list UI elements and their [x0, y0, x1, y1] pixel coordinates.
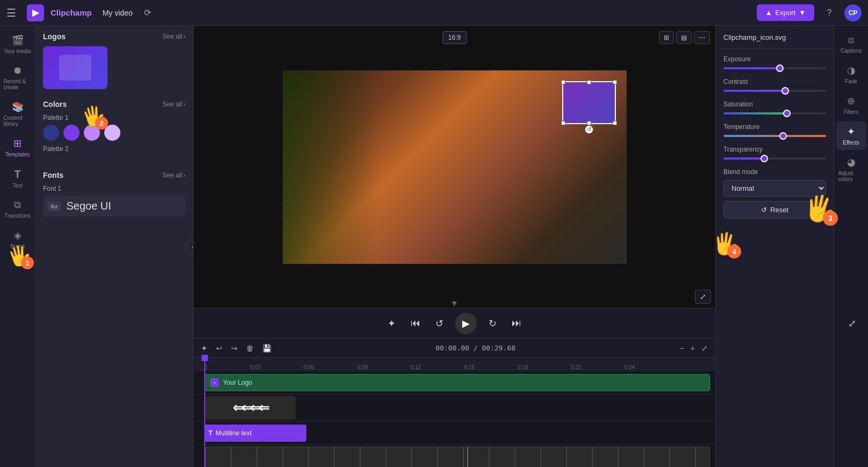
effects-label: Effects	[843, 140, 859, 146]
logos-see-all[interactable]: See all ›	[162, 33, 185, 40]
play-pause-button[interactable]: ▶	[455, 313, 477, 334]
ruler-mark-12: 0:12	[411, 364, 421, 370]
filters-tool[interactable]: ⊕ Filters	[836, 91, 866, 119]
zoom-out-button[interactable]: −	[678, 342, 686, 355]
motion-clip[interactable]: ⇐⇐⇐⇐	[204, 396, 296, 420]
video-title[interactable]: My video	[103, 9, 133, 17]
reset-button[interactable]: ↺ Reset	[723, 201, 826, 219]
colors-title: Colors	[43, 100, 67, 109]
more-options-button[interactable]: ⋯	[694, 31, 710, 44]
timeline-toolbar: ✦ ↩ ↪ 🗑 💾 00:00.00 / 00:29.68 − + ⤢	[193, 339, 715, 358]
saturation-slider[interactable]	[723, 112, 826, 114]
collapse-panel-button[interactable]: ‹	[185, 239, 193, 254]
video-clip[interactable]	[204, 447, 710, 468]
fonts-see-all[interactable]: See all ›	[162, 171, 185, 179]
filters-icon: ⊕	[847, 95, 855, 107]
colors-see-all[interactable]: See all ›	[162, 100, 185, 108]
effects-icon: ✦	[847, 126, 855, 138]
magic-button[interactable]: ✦	[384, 314, 399, 333]
brand-icon: ◈	[14, 229, 21, 241]
skip-forward-button[interactable]: ⏭	[508, 314, 525, 332]
selected-element-overlay[interactable]: ↺	[562, 81, 616, 124]
resize-handle-tm[interactable]	[587, 80, 591, 84]
ruler-mark-3: 0:03	[250, 364, 261, 370]
sidebar-item-transitions[interactable]: ⧉ Transitions	[2, 195, 34, 223]
properties-panel: Clipchamp_icon.svg Exposure Contrast Sat…	[715, 26, 834, 467]
expand-viewport-button[interactable]: ⤢	[695, 290, 711, 304]
help-icon[interactable]: ?	[821, 4, 838, 21]
resize-handle-br[interactable]	[613, 121, 617, 125]
exposure-section: Exposure Contrast Saturation Temperature…	[716, 49, 834, 225]
temperature-slider[interactable]	[723, 135, 826, 137]
library-icon: 📚	[12, 101, 24, 113]
crop-button[interactable]: ⊞	[659, 31, 674, 44]
color-swatch-3[interactable]	[84, 125, 100, 141]
exposure-slider[interactable]	[723, 67, 826, 69]
sidebar-item-templates[interactable]: ⊞ Templates	[2, 133, 34, 162]
font-item-segoe[interactable]: Aa Segoe UI	[43, 196, 185, 217]
user-avatar[interactable]: CP	[844, 4, 862, 21]
sidebar-item-brand[interactable]: ◈ Brand	[2, 225, 34, 254]
resize-handle-bl[interactable]	[561, 121, 565, 125]
color-swatch-2[interactable]	[63, 125, 80, 141]
magic-clip-button[interactable]: ✦	[199, 342, 210, 355]
sidebar-item-record-create[interactable]: ⏺ Record & create	[2, 61, 34, 95]
effects-tool[interactable]: ✦ Effects	[836, 121, 866, 150]
skip-back-button[interactable]: ⏮	[407, 314, 424, 332]
logo-card[interactable]	[43, 46, 107, 89]
sidebar-item-text[interactable]: T Text	[2, 164, 34, 193]
expand-timeline-arrow[interactable]: ▼	[450, 299, 459, 308]
expand-timeline-button[interactable]: ⤢	[699, 342, 710, 355]
exposure-thumb[interactable]	[776, 64, 784, 72]
transparency-thumb[interactable]	[761, 155, 768, 162]
resize-handle-tr[interactable]	[613, 80, 617, 84]
fonts-header: Fonts See all ›	[43, 171, 185, 179]
transparency-slider[interactable]	[723, 157, 826, 160]
colors-header: Colors See all ›	[43, 100, 185, 109]
adjust-colors-icon: ◕	[847, 156, 856, 168]
fonts-section: Fonts See all › Font 1 Aa Segoe UI	[35, 164, 193, 224]
rotate-handle[interactable]: ↺	[585, 125, 593, 134]
blend-mode-select[interactable]: Normal Multiply Screen Overlay	[723, 180, 826, 197]
sync-icon[interactable]: ⟳	[139, 4, 156, 21]
captions-icon: ⧈	[848, 34, 854, 46]
app-brand: Clipchamp	[51, 8, 92, 17]
color-swatch-1[interactable]	[43, 125, 59, 141]
export-button[interactable]: ▲ Export ▼	[757, 4, 814, 21]
transparency-label: Transparency	[723, 146, 826, 153]
delete-button[interactable]: 🗑	[244, 342, 256, 355]
layout-button[interactable]: ▤	[676, 31, 692, 44]
save-to-media-button[interactable]: 💾	[260, 342, 274, 355]
resize-handle-bm[interactable]	[587, 121, 591, 125]
fade-tool[interactable]: ◑ Fade	[836, 60, 866, 89]
resize-handle-tl[interactable]	[561, 80, 565, 84]
motion-track: ⇐⇐⇐⇐	[193, 394, 715, 421]
contrast-slider[interactable]	[723, 90, 826, 92]
ruler-mark-6: 0:06	[304, 364, 314, 370]
saturation-thumb[interactable]	[783, 110, 791, 117]
contrast-thumb[interactable]	[781, 87, 789, 95]
font-1-label: Font 1	[43, 185, 185, 192]
ruler-mark-21: 0:21	[571, 364, 581, 370]
captions-tool[interactable]: ⧈ Captions	[836, 30, 866, 58]
exposure-fill	[723, 67, 780, 69]
sidebar-item-your-media[interactable]: 🎬 Your media	[2, 30, 34, 59]
text-track: T Multiline text	[193, 421, 715, 445]
video-clip-split	[467, 447, 468, 468]
temperature-thumb[interactable]	[779, 132, 787, 140]
text-clip[interactable]: T Multiline text	[204, 425, 306, 442]
adjust-colors-tool[interactable]: ◕ Adjust colors	[836, 152, 866, 186]
hamburger-icon[interactable]: ☰	[6, 6, 16, 19]
filename-label: Clipchamp_icon.svg	[723, 33, 786, 41]
color-swatch-4[interactable]	[104, 125, 120, 141]
export-label: Export	[776, 9, 796, 17]
rewind-button[interactable]: ↺	[432, 314, 447, 333]
sidebar-item-content-library[interactable]: 📚 Content library	[2, 97, 34, 131]
redo-button[interactable]: ↪	[229, 342, 240, 355]
zoom-in-button[interactable]: +	[688, 342, 697, 355]
undo-button[interactable]: ↩	[214, 342, 225, 355]
logo-clip[interactable]: ▪ Your Logo	[204, 374, 710, 391]
video-plants	[283, 70, 379, 264]
timeline-time-display: 00:00.00 / 00:29.68	[435, 344, 515, 352]
forward-button[interactable]: ↻	[485, 314, 500, 333]
